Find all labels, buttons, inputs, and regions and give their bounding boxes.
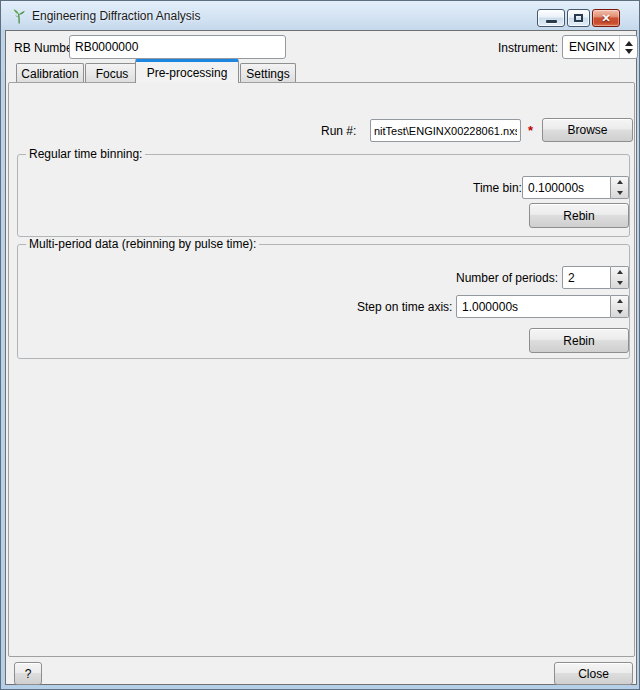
group-regular-time-binning-title: Regular time binning: [26,147,145,161]
time-bin-label: Time bin: [473,181,522,195]
tab-focus[interactable]: Focus [85,63,139,83]
spin-down-icon [617,191,623,195]
spin-down-icon [617,281,623,285]
time-bin-spinbox[interactable]: 0.100000s [522,176,629,199]
maximize-button[interactable] [567,9,590,27]
step-on-time-axis-spinbox[interactable]: 1.000000s [456,295,629,318]
time-bin-spin-down-button[interactable] [611,188,628,199]
instrument-label: Instrument: [498,41,558,55]
step-spin-down-button[interactable] [611,307,628,318]
browse-button[interactable]: Browse [542,118,633,142]
step-on-time-axis-value[interactable]: 1.000000s [456,295,611,318]
window-title: Engineering Diffraction Analysis [32,9,201,23]
title-bar[interactable]: Engineering Diffraction Analysis ✕ [2,2,638,30]
spin-up-icon [617,180,623,184]
rb-number-input[interactable] [69,35,286,59]
preprocessing-tab-pane: Run #: * Browse Regular time binning: Ti… [8,82,635,657]
run-number-label: Run #: [321,124,356,138]
mantid-app-icon [11,8,27,24]
tab-calibration[interactable]: Calibration [16,63,84,83]
required-asterisk: * [528,123,533,138]
step-on-time-axis-label: Step on time axis: [357,300,452,314]
tab-settings[interactable]: Settings [240,63,296,83]
minimize-button[interactable] [537,9,565,27]
window-frame: Engineering Diffraction Analysis ✕ RB Nu… [0,0,640,690]
number-of-periods-spinbox[interactable]: 2 [562,266,629,289]
rebin-time-button[interactable]: Rebin [529,203,629,228]
spin-up-icon [617,299,623,303]
run-number-input[interactable] [370,119,521,142]
periods-spin-down-button[interactable] [611,278,628,289]
close-icon: ✕ [601,13,610,24]
close-button[interactable]: Close [554,662,633,685]
close-window-button[interactable]: ✕ [592,9,620,27]
instrument-updown-icon[interactable] [619,36,637,58]
tab-preprocessing[interactable]: Pre-processing [135,59,239,83]
spin-up-icon [617,270,623,274]
number-of-periods-value[interactable]: 2 [562,266,611,289]
group-multi-period-title: Multi-period data (rebinning by pulse ti… [26,237,259,251]
rebin-multiperiod-button[interactable]: Rebin [529,328,629,353]
dialog-body: RB Number: Instrument: ENGINX Calibratio… [5,30,637,685]
time-bin-value[interactable]: 0.100000s [522,176,611,199]
periods-spin-up-button[interactable] [611,267,628,278]
step-spin-up-button[interactable] [611,296,628,307]
instrument-select[interactable]: ENGINX [562,35,638,59]
number-of-periods-label: Number of periods: [456,271,558,285]
minimize-icon [546,20,557,23]
time-bin-spin-up-button[interactable] [611,177,628,188]
maximize-icon [574,14,583,22]
help-button[interactable]: ? [14,662,42,685]
instrument-value: ENGINX [563,40,619,54]
spin-down-icon [617,310,623,314]
